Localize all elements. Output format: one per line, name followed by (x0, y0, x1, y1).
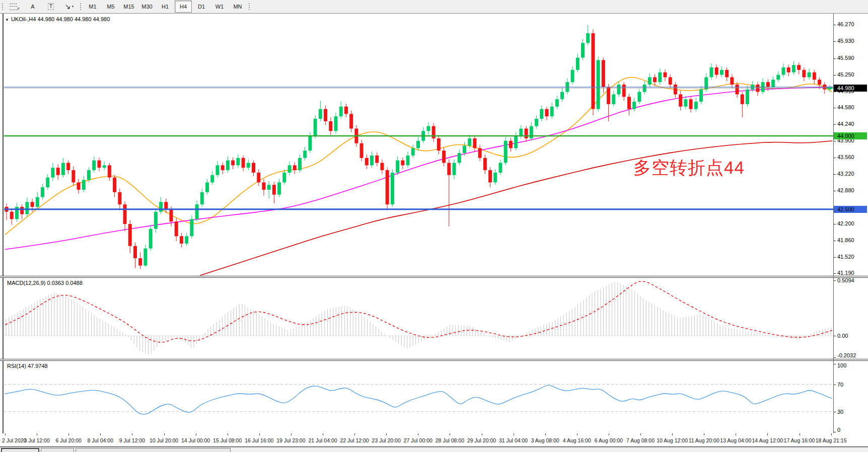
candle-body (36, 197, 39, 207)
candle-body (730, 77, 734, 85)
date-label: 7 Aug 08:00 (626, 437, 655, 443)
macd-axis-label: -0.2032 (837, 352, 856, 358)
price-tick-label: 45.590 (837, 55, 854, 61)
candle-body (128, 224, 132, 246)
candle-body (453, 163, 456, 175)
date-tick (450, 433, 450, 435)
candle-body (637, 92, 641, 102)
arrows-icon (64, 4, 71, 10)
candle-body (426, 126, 430, 131)
fibonacci-retracement-button[interactable]: F (6, 1, 23, 13)
candle-body (458, 153, 461, 163)
date-label: 17 Aug 16:00 (784, 437, 815, 443)
candle-body (386, 170, 389, 204)
timeframe-h4-button[interactable]: H4 (175, 1, 192, 13)
price-tick-label: 42.880 (837, 187, 854, 193)
price-tick-label: 45.930 (837, 38, 854, 44)
timeframe-m15-button[interactable]: M15 (120, 1, 137, 13)
date-tick (354, 433, 355, 435)
candle-body (406, 156, 410, 165)
candle-body (709, 67, 713, 77)
timeframe-m5-button[interactable]: M5 (102, 1, 119, 13)
date-tick (259, 433, 260, 435)
timeframe-d1-button[interactable]: D1 (193, 1, 210, 13)
date-label: 15 Jul 08:00 (213, 437, 242, 443)
text-label-button[interactable]: T (42, 1, 59, 13)
candle-body (200, 192, 204, 204)
candle-body (396, 161, 399, 173)
date-label: 21 Jul 04:00 (308, 437, 337, 443)
candle-body (560, 92, 564, 100)
date-label: 14 Aug 12:00 (752, 437, 783, 443)
price-tick-label: 44.240 (837, 121, 854, 127)
time-axis[interactable]: 2 Jul 20203 Jul 12:006 Jul 20:008 Jul 04… (0, 433, 868, 447)
price-tick-label: 45.250 (837, 71, 854, 78)
chart-tab[interactable] (76, 448, 231, 452)
toolbar-grip[interactable] (248, 2, 251, 11)
bull-bear-turning-point-annotation[interactable]: 多空转折点44 (633, 156, 745, 180)
date-label: 22 Jul 12:00 (340, 437, 369, 443)
text-button[interactable]: A (24, 1, 41, 13)
macd-indicator-panel[interactable] (4, 278, 833, 359)
candle-body (442, 150, 446, 163)
candle-body (725, 70, 729, 78)
candle-body (159, 202, 163, 211)
candle-body (694, 102, 698, 109)
chart-tab[interactable] (41, 448, 74, 452)
candle-body (349, 114, 353, 128)
price-tick-label: 41.860 (837, 237, 854, 243)
candle-body (334, 116, 338, 131)
macd-label: MACD(12,26,9) 0.0363 0.0488 (7, 280, 83, 286)
mt4-terminal: FAT▾ M1M5M15M30H1H4D1W1MN ▼UKOil-,H4 44.… (0, 0, 868, 452)
timeframe-m30-button[interactable]: M30 (138, 1, 156, 13)
candle-body (483, 158, 487, 170)
candle-body (210, 175, 214, 183)
fibonacci-icon (10, 4, 17, 10)
price-tick-label: 46.270 (837, 21, 854, 27)
timeframe-w1-button[interactable]: W1 (211, 1, 228, 13)
date-label: 19 Jul 23:00 (276, 437, 305, 443)
main-price-chart[interactable] (4, 15, 833, 276)
candle-body (493, 173, 497, 182)
candle-body (380, 163, 384, 171)
toolbar: FAT▾ M1M5M15M30H1H4D1W1MN (0, 0, 868, 14)
date-tick (228, 433, 228, 435)
toolbar-grip[interactable] (2, 2, 4, 11)
candle-body (818, 80, 821, 85)
macd-axis-label: 0.00 (837, 333, 848, 339)
candle-body (41, 187, 44, 197)
price-tick-label: 41.520 (837, 254, 854, 260)
price-tick-label: 42.200 (837, 220, 854, 227)
candle-body (813, 72, 816, 80)
candle-body (591, 33, 595, 109)
candle-body (586, 33, 590, 43)
rsi-indicator-panel[interactable] (4, 361, 833, 433)
candle-body (766, 82, 770, 87)
date-tick (132, 433, 132, 435)
date-tick (196, 433, 196, 435)
candle-body (71, 170, 75, 182)
candle-body (571, 70, 574, 82)
candle-body (576, 58, 580, 70)
candle-body (488, 170, 492, 182)
date-tick (164, 433, 165, 435)
chart-tab[interactable] (1, 448, 39, 452)
candle-body (365, 158, 369, 166)
candle-body (632, 102, 636, 109)
timeframe-h1-button[interactable]: H1 (157, 1, 174, 13)
candle-body (319, 109, 322, 119)
arrows-button[interactable]: ▾ (60, 1, 78, 13)
timeframe-mn-button[interactable]: MN (229, 1, 246, 13)
date-label: 8 Jul 04:00 (88, 437, 113, 443)
candle-body (797, 65, 801, 70)
date-label: 31 Jul 04:00 (499, 437, 528, 443)
candle-body (627, 97, 631, 109)
timeframe-m1-button[interactable]: M1 (84, 1, 101, 13)
collapse-icon[interactable]: ▼ (5, 18, 9, 22)
candle-body (226, 161, 230, 170)
toolbar-grip[interactable] (80, 2, 82, 11)
candle-body (468, 138, 471, 146)
candle-body (324, 109, 327, 121)
timeframe-buttons: M1M5M15M30H1H4D1W1MN (84, 1, 247, 13)
candle-body (231, 161, 235, 166)
